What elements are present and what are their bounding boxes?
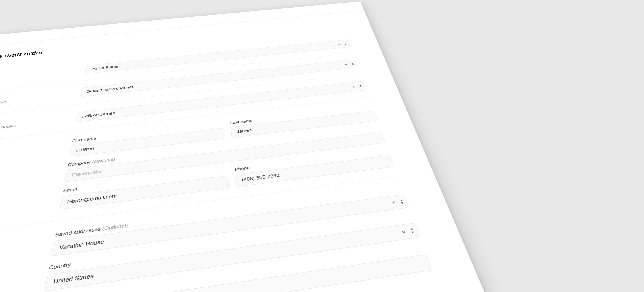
chevron-sort-icon[interactable]: ▲▼ bbox=[344, 42, 347, 45]
close-icon[interactable]: ✕ bbox=[352, 85, 356, 88]
close-icon[interactable]: ✕ bbox=[391, 200, 396, 205]
content: Create draft order Region Choose region … bbox=[0, 10, 506, 292]
close-icon[interactable]: ✕ bbox=[401, 230, 407, 235]
company-optional: (Optional) bbox=[92, 157, 115, 164]
country-value: United States bbox=[53, 272, 94, 285]
row-shipping-left: Shipping address For delivery bbox=[0, 235, 36, 267]
row-sales-left: Sales channel Choose sales channel bbox=[0, 89, 67, 109]
saved-addresses-optional: (Optional) bbox=[102, 223, 128, 232]
chevron-sort-icon[interactable]: ▲▼ bbox=[358, 84, 362, 88]
close-icon[interactable]: ✕ bbox=[338, 43, 341, 45]
modal-sheet: ‹ esc Create draft order Region Choose r… bbox=[0, 1, 534, 292]
shipping-sub: For delivery bbox=[0, 242, 34, 267]
sales-channel-select-value: Default sales channel bbox=[86, 85, 133, 94]
saved-addresses-value: Vacation House bbox=[59, 239, 104, 251]
stage: ‹ esc Create draft order Region Choose r… bbox=[0, 0, 644, 292]
chevron-sort-icon[interactable]: ▲▼ bbox=[351, 62, 354, 66]
close-icon[interactable]: ✕ bbox=[344, 63, 348, 66]
row-customer-left: Customer details Find existing customer bbox=[0, 141, 56, 165]
existing-customer-select-value: LeBron James bbox=[82, 111, 116, 119]
chevron-sort-icon[interactable]: ▲▼ bbox=[409, 227, 415, 234]
chevron-sort-icon[interactable]: ▲▼ bbox=[399, 198, 404, 204]
row-region-left: Region Choose region bbox=[0, 67, 72, 85]
row-existing-left: Existing customer? Load existing custome… bbox=[0, 114, 62, 135]
region-select-value: United States bbox=[90, 65, 119, 71]
